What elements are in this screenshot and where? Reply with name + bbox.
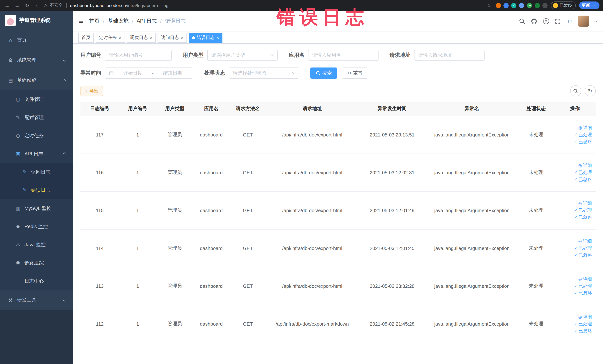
cell-app: dashboard [193,153,230,191]
security-chip[interactable]: ⚠ 不安全 [44,2,63,9]
search-toggle-button[interactable] [570,85,581,96]
back-icon[interactable]: ← [4,2,10,8]
processed-link[interactable]: ✓已处理 [556,169,592,176]
extension-blue-icon[interactable] [503,3,509,8]
tab-error-log[interactable]: 错误日志× [189,33,223,42]
sidebar-item-redis-monitor[interactable]: ◆Redis 监控 [0,217,73,235]
question-mark: ? [545,19,547,23]
sidebar-item-label: 错误日志 [31,187,50,193]
extension-on-icon[interactable]: on [527,3,532,8]
profile-paused-button[interactable]: 已暂停 [551,1,576,9]
search-icon[interactable] [519,18,525,24]
home-icon[interactable]: ⌂ [34,2,40,8]
detail-link[interactable]: ◎详细 [556,124,592,131]
reload-icon[interactable]: ↻ [24,2,30,8]
close-icon[interactable]: × [119,35,121,40]
update-button[interactable]: 更新 ⋮ [579,1,599,9]
tab-job-log[interactable]: 调度日志× [127,33,156,42]
font-size-icon[interactable]: TT [567,18,572,24]
ignored-link[interactable]: ✓已忽略 [556,252,592,259]
detail-link[interactable]: ◎详细 [556,275,592,282]
extension-grid-icon[interactable] [519,3,524,8]
processed-link[interactable]: ✓已处理 [556,131,592,138]
sidebar-item-access-log[interactable]: ✎访问日志 [0,163,73,181]
ignored-link[interactable]: ✓已忽略 [556,214,592,221]
sidebar-item-label: Java 监控 [24,241,46,248]
app-name-input[interactable]: 请输入应用名 [308,50,379,61]
process-status-select[interactable]: 请选择处理状态 [229,68,299,79]
detail-link[interactable]: ◎详细 [556,200,592,207]
url-bar[interactable]: dashboard.yudao.iocoder.cn/infra/log/api… [70,3,482,8]
extension-teal-icon[interactable]: Y [511,3,516,8]
sidebar-item-file-management[interactable]: ▢文件管理 [0,90,73,108]
date-range-input[interactable]: 开始日期 - 结束日期 [105,68,193,79]
extensions-area: Yon [496,3,547,8]
sidebar-item-api-log[interactable]: ▣API 日志 [0,145,73,163]
breadcrumb-item[interactable]: API 日志 [137,18,157,24]
detail-link[interactable]: ◎详细 [556,237,592,245]
extension-dark-icon[interactable] [542,3,547,8]
breadcrumb-item[interactable]: 基础设施 [108,18,128,24]
breadcrumb-item[interactable]: 首页 [89,18,100,24]
tab-label: 定时任务 [99,35,117,41]
sidebar-item-label: 链路追踪 [24,259,44,266]
sidebar-item-infrastructure[interactable]: ▤基础设施 [0,70,73,90]
sidebar-item-config-management[interactable]: ✎配置管理 [0,108,73,127]
sidebar-item-home[interactable]: ⌂首页 [0,30,73,50]
refresh-button[interactable]: ↻ [584,85,596,96]
ignored-link[interactable]: ✓已忽略 [556,327,592,334]
hamburger-icon[interactable]: ≡ [79,17,83,25]
reset-button[interactable]: ↻ 重置 [342,68,368,79]
user-type-select[interactable]: 请选择用户类型 [207,50,278,61]
processed-link[interactable]: ✓已处理 [556,320,592,327]
cell-id: 112 [81,305,119,343]
avatar[interactable] [578,16,589,27]
detail-link[interactable]: ◎详细 [556,313,592,320]
tab-scheduled-jobs[interactable]: 定时任务× [96,33,125,42]
eye-icon: ◎ [578,125,582,130]
request-url-input[interactable]: 请输入请求地址 [414,50,485,61]
search-button[interactable]: 搜索 [310,68,337,79]
close-icon[interactable]: × [150,35,152,40]
extension-green-icon[interactable] [534,3,540,8]
github-icon[interactable] [531,18,537,24]
close-icon[interactable]: × [181,35,183,40]
cell-user_type: 管理员 [156,267,193,305]
database-icon: ▥ [15,205,21,211]
sidebar-item-mysql-monitor[interactable]: ▥MySQL 监控 [0,199,73,217]
user-id-input[interactable]: 请输入用户编号 [105,50,172,61]
forward-icon[interactable]: → [14,2,20,8]
processed-link[interactable]: ✓已处理 [556,245,592,252]
sidebar-item-dev-tools[interactable]: ⚒研发工具 [0,290,73,310]
user-type-label: 用户类型 [183,52,204,59]
java-icon: ♨ [15,242,21,247]
eye-icon: ◉ [15,260,21,266]
cell-method: GET [229,229,266,267]
ignored-link[interactable]: ✓已忽略 [556,289,592,296]
processed-link[interactable]: ✓已处理 [556,207,592,214]
tab-access-log[interactable]: 访问日志× [158,33,187,42]
tab-home[interactable]: 首页 [78,33,94,42]
processed-link[interactable]: ✓已处理 [556,282,592,289]
sidebar-item-system-management[interactable]: ⚙系统管理 [0,50,73,70]
close-icon[interactable]: × [217,35,219,40]
sidebar-item-tracing[interactable]: ◉链路追踪 [0,254,73,272]
export-button[interactable]: ↓ 导出 [81,86,103,96]
breadcrumb-item: 错误日志 [165,18,186,24]
logo[interactable]: 芋道管理系统 [0,11,73,30]
sidebar-item-java-monitor[interactable]: ♨Java 监控 [0,235,73,254]
help-icon[interactable]: ? [543,18,549,24]
detail-link[interactable]: ◎详细 [556,162,592,169]
sidebar-item-scheduled-jobs[interactable]: ◷定时任务 [0,127,73,145]
extension-orange-icon[interactable] [496,3,501,8]
sidebar-item-error-log[interactable]: ✎错误日志 [0,181,73,199]
column-header: 处理状态 [518,102,554,116]
gear-icon: ⚙ [7,57,14,63]
bookmark-star-icon[interactable]: ☆ [486,3,492,8]
check-icon: ✓ [574,253,577,257]
sidebar-item-log-center[interactable]: ≡日志中心 [0,272,73,290]
ignored-link[interactable]: ✓已忽略 [556,138,592,145]
fullscreen-icon[interactable] [555,18,561,24]
chevron-down-icon[interactable]: ▾ [595,19,597,23]
ignored-link[interactable]: ✓已忽略 [556,176,592,183]
